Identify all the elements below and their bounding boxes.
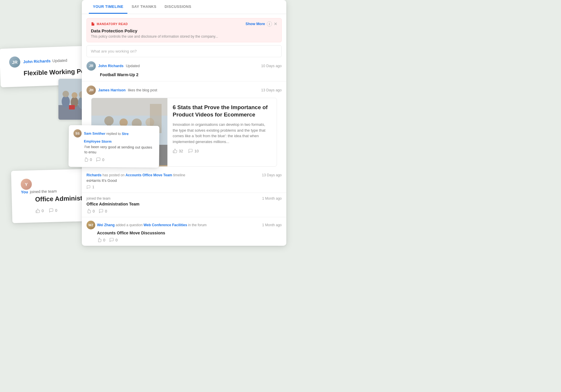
meta-left: John Richards Updated xyxy=(23,58,67,64)
working-on-input[interactable]: What are you working on? xyxy=(86,45,282,57)
team-comment-count: 1 xyxy=(92,185,94,189)
forum-like-count: 0 xyxy=(103,238,105,242)
svg-point-17 xyxy=(72,92,77,98)
timeline-label: timeline xyxy=(173,173,185,177)
joined-comment-button[interactable]: 0 xyxy=(99,209,107,213)
team-post-user[interactable]: Richards xyxy=(86,173,101,177)
wei-avatar: WZ xyxy=(86,221,95,229)
blog-card-content: 6 Stats that Prove the Importance of Pro… xyxy=(167,98,277,166)
forum-time: 1 Month ago xyxy=(262,223,282,227)
forum-link[interactable]: Web Conference Facilities xyxy=(143,223,187,227)
joined-team-name: Office Administration Team xyxy=(86,202,282,206)
forum-comment-button[interactable]: 0 xyxy=(109,238,117,242)
forum-post-item: WZ Wei Zhang added a question Web Confer… xyxy=(82,217,286,246)
user-link[interactable]: James Harrison xyxy=(98,88,126,92)
overlay-like-count: 0 xyxy=(90,157,92,162)
mandatory-label: MANDATORY READ xyxy=(91,22,128,26)
blog-like-button[interactable]: 32 xyxy=(173,149,183,153)
blog-card-description: Innovation in organisations can develop … xyxy=(173,122,271,144)
joined-time: 1 Month ago xyxy=(262,196,282,201)
joined-comment-count: 0 xyxy=(105,209,107,213)
blog-comment-count: 10 xyxy=(194,149,198,153)
meta-action: Updated xyxy=(126,64,140,68)
info-icon[interactable]: i xyxy=(267,21,272,27)
forum-like-button[interactable]: 0 xyxy=(97,238,105,242)
blog-feed-header: JH James Harrison likes the blog post 13… xyxy=(86,86,282,95)
tabs: YOUR TIMELINE SAY THANKS DISCUSSIONS xyxy=(82,0,286,14)
meta-time: 10 Days ago xyxy=(261,64,282,68)
meta-left: You joined the team xyxy=(21,189,57,194)
show-more-button[interactable]: Show More xyxy=(245,22,265,26)
avatar: JR xyxy=(9,56,20,68)
overlay-meta: Sam Smither replied to Stre xyxy=(84,131,129,136)
team-post-meta: Richards has posted on Accounts Office M… xyxy=(86,173,282,177)
sam-avatar: SS xyxy=(73,129,82,137)
avatar: JH xyxy=(86,86,96,95)
feed-item-header: JR John Richards Updated 10 Days ago xyxy=(86,61,282,71)
team-post-item: Richards has posted on Accounts Office M… xyxy=(82,170,286,193)
avatar: Y xyxy=(20,179,32,190)
joined-team-item: joined the team 1 Month ago Office Admin… xyxy=(82,193,286,217)
feed-item-title: Football Warm-Up 2 xyxy=(100,72,282,77)
avatar: JR xyxy=(86,61,96,71)
blog-card-title: 6 Stats that Prove the Importance of Pro… xyxy=(173,104,271,118)
mandatory-title: Data Protection Policy xyxy=(91,28,277,33)
tab-say-thanks[interactable]: SAY THANKS xyxy=(127,0,160,14)
user-link[interactable]: John Richards xyxy=(98,64,124,68)
forum-comment-count: 0 xyxy=(115,238,117,242)
user-link[interactable]: John Richards xyxy=(23,59,51,64)
overlay-text: I've been very good at sending out quote… xyxy=(84,144,155,155)
blog-like-row: 32 10 xyxy=(173,149,271,153)
show-more-row: Show More i ✕ xyxy=(245,21,277,27)
comment-button[interactable]: 0 xyxy=(49,208,57,213)
like-count: 0 xyxy=(41,209,44,213)
blog-action: likes the blog post xyxy=(128,88,157,92)
svg-point-3 xyxy=(104,116,114,126)
joined-like-count: 0 xyxy=(93,209,95,213)
tab-discussions[interactable]: DISCUSSIONS xyxy=(160,0,195,14)
employee-storm-link[interactable]: Employee Storm xyxy=(84,139,155,144)
meta-action: joined the team xyxy=(30,189,57,194)
overlay-comment-button[interactable]: 0 xyxy=(96,157,104,162)
close-button[interactable]: ✕ xyxy=(274,22,277,26)
svg-point-14 xyxy=(62,96,70,107)
tab-your-timeline[interactable]: YOUR TIMELINE xyxy=(89,0,127,14)
joined-meta: joined the team 1 Month ago xyxy=(86,196,282,201)
svg-point-15 xyxy=(63,91,69,97)
mandatory-header: MANDATORY READ Show More i ✕ xyxy=(91,21,277,27)
feed-item-meta: JR John Richards Updated xyxy=(86,61,140,71)
overlay-like-button[interactable]: 0 xyxy=(84,157,92,162)
meta-time: 13 Days ago xyxy=(261,88,282,92)
svg-rect-24 xyxy=(69,105,75,109)
stre-link[interactable]: Stre xyxy=(122,132,129,136)
wei-link[interactable]: Wei Zhang xyxy=(97,223,115,227)
comment-count: 0 xyxy=(55,208,57,212)
feed-item-football: JR John Richards Updated 10 Days ago Foo… xyxy=(82,57,286,81)
mandatory-banner: MANDATORY READ Show More i ✕ Data Protec… xyxy=(86,18,282,42)
mandatory-label-text: MANDATORY READ xyxy=(97,22,128,26)
forum-meta: WZ Wei Zhang added a question Web Confer… xyxy=(86,221,282,229)
overlay-sam-card: SS Sam Smither replied to Stre Employee … xyxy=(68,125,159,168)
blog-feed-meta: JH James Harrison likes the blog post xyxy=(86,86,157,95)
mandatory-description: This policy controls the use and disclos… xyxy=(91,34,277,39)
team-post-time: 13 Days ago xyxy=(262,173,282,177)
sam-link[interactable]: Sam Smither xyxy=(84,131,105,136)
meta-action: Updated xyxy=(52,58,67,63)
like-button[interactable]: 0 xyxy=(35,208,44,213)
joined-like-button[interactable]: 0 xyxy=(86,209,95,213)
forum-post-title: Accounts Office Move Discussions xyxy=(97,231,282,235)
team-post-comment: esHarris It's Good xyxy=(86,178,282,183)
team-link[interactable]: Accounts Office Move Team xyxy=(125,173,172,177)
user-link[interactable]: You xyxy=(21,190,28,194)
overlay-header: SS Sam Smither replied to Stre xyxy=(73,129,155,138)
blog-like-count: 32 xyxy=(179,149,183,153)
overlay-comment-count: 0 xyxy=(102,157,104,162)
blog-comment-button[interactable]: 10 xyxy=(188,149,198,153)
main-timeline-card: YOUR TIMELINE SAY THANKS DISCUSSIONS MAN… xyxy=(82,0,286,246)
